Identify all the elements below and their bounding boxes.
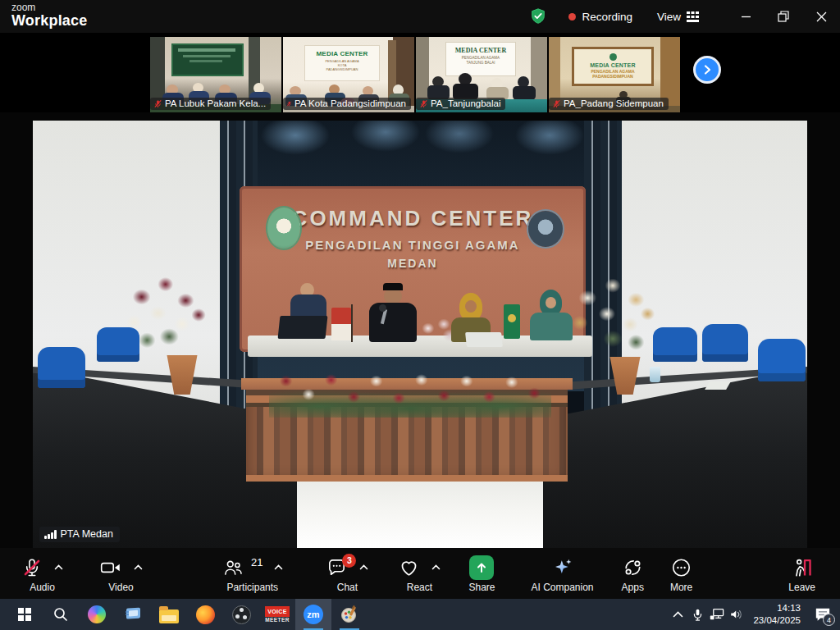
share-screen-icon <box>469 555 494 580</box>
apps-icon <box>622 557 644 578</box>
zoom-taskbar-button[interactable]: zm <box>295 599 331 630</box>
chat-button[interactable]: 3 Chat <box>326 555 368 593</box>
recording-label: Recording <box>582 11 632 23</box>
apps-button[interactable]: Apps <box>622 555 644 593</box>
close-button[interactable] <box>802 0 840 33</box>
grid-view-icon <box>687 11 699 22</box>
video-filmstrip: PA Lubuk Pakam Kela... MEDIA CENTER PENG… <box>0 33 840 112</box>
blue-chair <box>702 324 748 362</box>
more-button[interactable]: More <box>670 555 692 593</box>
view-menu-button[interactable]: View <box>657 11 699 23</box>
minimize-button[interactable] <box>727 0 765 33</box>
app-brand: zoom Workplace <box>11 2 88 28</box>
green-flag <box>504 304 523 345</box>
folder-icon <box>159 609 179 623</box>
start-button[interactable] <box>7 599 43 630</box>
participant-name-label: PA_Padang Sidempuan <box>549 98 669 110</box>
connection-signal-icon <box>44 530 57 539</box>
blue-chair <box>38 347 85 388</box>
court-seal-right-icon <box>528 211 563 247</box>
participant-thumbnail[interactable]: MEDIA CENTER PENGADILAN AGAMA PADANGSIDI… <box>549 37 680 112</box>
video-button[interactable]: Video <box>99 555 143 593</box>
tray-expand-chevron[interactable] <box>668 599 687 630</box>
tray-mic-icon[interactable] <box>687 599 707 630</box>
restore-button[interactable] <box>765 0 802 33</box>
flower-arrangement-right <box>564 273 661 362</box>
react-button[interactable]: React <box>398 555 441 593</box>
react-options-chevron[interactable] <box>431 564 441 570</box>
brand-zoom: zoom <box>11 2 88 13</box>
zoom-app-icon: zm <box>304 605 323 624</box>
firefox-icon <box>196 605 215 624</box>
recording-dot-icon <box>568 13 576 21</box>
task-view-icon <box>123 605 143 623</box>
paint-button[interactable] <box>331 599 368 630</box>
participant-figure-operator <box>279 283 336 340</box>
muted-mic-icon <box>419 99 428 108</box>
leave-button[interactable]: Leave <box>788 555 815 593</box>
court-logo-icon <box>609 53 617 61</box>
recording-indicator[interactable]: Recording <box>568 11 632 23</box>
search-button[interactable] <box>43 599 79 630</box>
mic-muted-icon <box>21 557 43 578</box>
leave-door-icon <box>791 557 814 578</box>
file-explorer-button[interactable] <box>151 599 187 630</box>
chat-unread-badge: 3 <box>342 554 356 568</box>
participant-thumbnail[interactable]: PA Lubuk Pakam Kela... <box>150 37 281 112</box>
participants-count: 21 <box>251 556 262 568</box>
ai-sparkle-icon <box>551 556 574 579</box>
obs-icon <box>232 605 251 624</box>
tray-network-icon[interactable] <box>707 599 727 630</box>
participant-name-label: PA Lubuk Pakam Kela... <box>150 98 271 110</box>
water-glass <box>650 367 660 382</box>
participant-name-label: PA_Tanjungbalai <box>416 98 505 110</box>
audio-button[interactable]: Audio <box>21 555 63 593</box>
tray-volume-icon[interactable] <box>727 599 746 630</box>
notification-center-button[interactable]: 4 <box>809 599 837 630</box>
muted-mic-icon <box>286 99 292 108</box>
participants-icon <box>221 557 244 578</box>
more-ellipsis-icon <box>670 557 692 578</box>
indonesian-flag <box>331 308 353 342</box>
brand-workplace: Workplace <box>11 13 88 29</box>
camera-icon <box>99 557 122 578</box>
participants-button[interactable]: 21 Participants <box>221 555 283 593</box>
firefox-button[interactable] <box>187 599 223 630</box>
windows-logo-icon <box>18 608 31 621</box>
audio-options-chevron[interactable] <box>54 564 63 570</box>
court-seal-left-icon <box>267 208 300 249</box>
voicemeeter-button[interactable]: VOICE MEETER <box>259 599 295 630</box>
flower-arrangement-left <box>121 270 213 360</box>
active-speaker-label: PTA Medan <box>39 527 120 542</box>
title-bar: zoom Workplace Recording View <box>0 0 840 33</box>
copilot-icon <box>88 605 106 623</box>
copilot-button[interactable] <box>79 599 115 630</box>
encryption-shield-icon[interactable] <box>529 7 547 25</box>
participants-options-chevron[interactable] <box>274 564 283 570</box>
task-view-button[interactable] <box>115 599 151 630</box>
chat-options-chevron[interactable] <box>359 564 368 570</box>
muted-mic-icon <box>552 99 561 108</box>
taskbar-clock[interactable]: 14:13 23/04/2025 <box>753 602 801 627</box>
participant-thumbnail[interactable]: MEDIA CENTER PENGADILAN AGAMA TANJUNG BA… <box>416 37 547 112</box>
view-label: View <box>657 11 681 23</box>
chevron-right-icon <box>701 64 713 75</box>
next-page-button[interactable] <box>693 56 721 84</box>
clock-date: 23/04/2025 <box>753 614 801 627</box>
rose-garland <box>269 357 551 418</box>
obs-button[interactable] <box>223 599 259 630</box>
paint-icon <box>340 605 359 624</box>
participant-thumbnail[interactable]: MEDIA CENTER PENGADILAN AGAMA KOTA PADAN… <box>283 37 414 112</box>
participant-name-label: PA Kota Padangsidimpuan <box>283 98 411 110</box>
blue-chair <box>758 339 806 381</box>
ai-companion-button[interactable]: AI Companion <box>532 555 594 593</box>
notification-count-badge: 4 <box>823 614 835 626</box>
meeting-toolbar: Audio Video 21 Participants 3 <box>0 548 840 599</box>
video-options-chevron[interactable] <box>134 564 143 570</box>
share-button[interactable]: Share <box>468 555 495 593</box>
main-video: COMMAND CENTER PENGADILAN TINGGI AGAMA M… <box>33 121 807 548</box>
search-icon <box>52 606 69 623</box>
system-tray: 14:13 23/04/2025 4 <box>668 599 840 630</box>
participant-figure-yellow-hijab <box>441 293 502 352</box>
clock-time: 14:13 <box>753 602 801 614</box>
